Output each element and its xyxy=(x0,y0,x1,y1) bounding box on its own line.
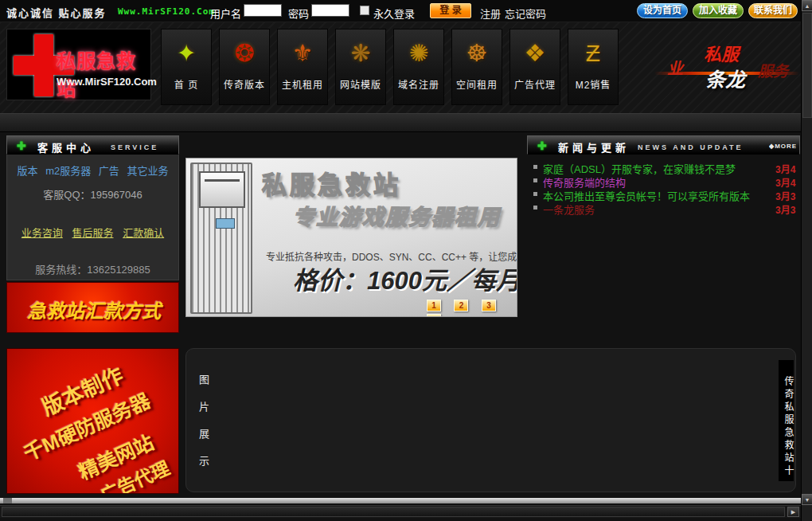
nav-item-home[interactable]: ✦ 首 页 xyxy=(161,29,212,105)
set-home-button[interactable]: 设为首页 xyxy=(637,3,688,18)
banner-page-2[interactable]: 2 xyxy=(454,300,468,311)
vertical-scroll-thumb[interactable] xyxy=(802,13,812,118)
forgot-password-link[interactable]: 忘记密码 xyxy=(505,6,546,21)
services-ad-banner[interactable]: 版本制作 千M硬防服务器 精美网站 广告代理 xyxy=(6,348,179,494)
header: 私服急救站 Www.MirSF120.Com ✦ 首 页 ❂ 传奇版本 ⚜ 主机… xyxy=(0,22,812,113)
plus-icon: ✚ xyxy=(537,139,547,152)
service-action-row: 业务咨询 售后服务 汇款确认 xyxy=(7,225,178,240)
nav-item-host-rental[interactable]: ⚜ 主机租用 xyxy=(277,29,328,105)
logo-title: 私服急救站 xyxy=(57,45,150,101)
gallery-panel: 图片展示 传奇私服急救站十 xyxy=(185,348,796,492)
strip-handle xyxy=(3,498,12,503)
side-label-text: 传奇私服急救站十 xyxy=(782,376,795,478)
news-list: 家庭（ADSL）开服专家，在家赚钱不是梦 3月4 传奇服务端的结构 3月4 本公… xyxy=(527,156,800,215)
service-panel-title: 客服中心 xyxy=(37,139,95,155)
news-date: 3月4 xyxy=(775,175,800,189)
link-business-consult[interactable]: 业务咨询 xyxy=(21,227,63,239)
news-item[interactable]: 传奇服务端的结构 3月4 xyxy=(527,174,800,187)
service-panel-subtitle: SERVICE xyxy=(111,143,158,151)
service-hotline-text: 服务热线：13625129885 xyxy=(7,261,178,276)
gallery-title: 图片展示 xyxy=(196,374,211,483)
bullet-icon xyxy=(533,206,537,210)
news-panel-title: 新闻与更新 xyxy=(558,139,630,155)
horizontal-scrollbar[interactable]: ▶ xyxy=(0,505,801,518)
username-label: 用户名 xyxy=(210,6,241,21)
top-bar: 诚心诚信 贴心服务 Www.MirSF120.Com 用户名 密码 永久登录 登… xyxy=(0,0,812,22)
ad-emblem-icon: ❖ xyxy=(510,29,560,77)
versions-emblem-icon: ❂ xyxy=(220,29,269,77)
side-label-strip: 传奇私服急救站十 xyxy=(779,360,794,481)
nav-item-domain-register[interactable]: ✺ 域名注册 xyxy=(393,29,444,105)
server-tower-image xyxy=(190,163,252,314)
home-emblem-icon: ✦ xyxy=(162,29,211,77)
one-stop-service-graphic: 私服 业 条龙 服务 xyxy=(651,30,804,104)
nav-item-legend-versions[interactable]: ❂ 传奇版本 xyxy=(219,29,270,105)
register-link[interactable]: 注册 xyxy=(480,6,501,21)
arrow-up-icon: ▲ xyxy=(805,3,810,9)
nav-item-ad-agency[interactable]: ❖ 广告代理 xyxy=(509,29,560,105)
add-favorite-button[interactable]: 加入收藏 xyxy=(693,3,744,18)
link-other-business[interactable]: 其它业务 xyxy=(127,165,168,177)
banner-price: 格价：1600元／每月 xyxy=(293,260,517,296)
slogan-text: 诚心诚信 贴心服务 xyxy=(6,5,107,20)
logo-url: Www.MirSF120.Com xyxy=(57,76,157,88)
scroll-up-button[interactable]: ▲ xyxy=(802,0,812,11)
news-more-link[interactable]: ◆MORE xyxy=(769,143,796,150)
news-item[interactable]: 本公司推出至尊会员帐号！可以享受所有版本 3月3 xyxy=(527,188,800,201)
templates-emblem-icon: ❋ xyxy=(336,29,385,77)
nav-item-web-templates[interactable]: ❋ 网站模版 xyxy=(335,29,386,105)
service-qq-text: 客服QQ：195967046 xyxy=(7,186,178,202)
payment-banner-text: 急救站汇款方式 xyxy=(10,296,178,323)
arrow-down-icon: ▼ xyxy=(805,497,810,503)
username-input[interactable] xyxy=(244,4,282,17)
service-panel-body: 版本 m2服务器 广告 其它业务 客服QQ：195967046 业务咨询 售后服… xyxy=(6,155,179,280)
bullet-icon xyxy=(533,192,537,196)
space-emblem-icon: ☸ xyxy=(452,29,502,77)
link-payment-confirm[interactable]: 汇款确认 xyxy=(123,227,164,239)
payment-method-banner[interactable]: 急救站汇款方式 xyxy=(6,282,179,333)
news-panel-subtitle: NEWS AND UPDATE xyxy=(638,143,744,151)
plus-icon: ✚ xyxy=(17,139,26,152)
link-versions[interactable]: 版本 xyxy=(18,165,38,177)
news-item[interactable]: 一条龙服务 3月3 xyxy=(527,202,800,214)
banner-title: 私服急救站 xyxy=(262,165,401,201)
site-url-link[interactable]: Www.MirSF120.Com xyxy=(118,6,215,17)
remember-checkbox[interactable] xyxy=(360,6,369,15)
news-panel-header: ✚ 新闻与更新 NEWS AND UPDATE ◆MORE xyxy=(527,135,800,155)
host-emblem-icon: ⚜ xyxy=(278,29,327,77)
content-bottom-strip xyxy=(0,498,801,503)
link-ads[interactable]: 广告 xyxy=(99,165,119,177)
news-date: 3月4 xyxy=(775,162,800,175)
domain-emblem-icon: ✺ xyxy=(394,29,443,77)
scroll-down-button[interactable]: ▼ xyxy=(802,494,812,505)
news-item[interactable]: 家庭（ADSL）开服专家，在家赚钱不是梦 3月4 xyxy=(527,161,800,174)
banner-subtitle: 专业游戏服务器租用 xyxy=(293,200,501,231)
contact-us-button[interactable]: 联系我们 xyxy=(748,3,798,18)
nav-item-m2-sales[interactable]: Ƶ M2销售 xyxy=(568,29,619,105)
main-nav: ✦ 首 页 ❂ 传奇版本 ⚜ 主机租用 ❋ 网站模版 ✺ 域名注册 ☸ 空间租用 xyxy=(161,29,626,105)
login-button[interactable]: 登 录 xyxy=(430,3,471,18)
horizontal-scroll-thumb[interactable] xyxy=(2,507,785,517)
site-logo[interactable]: 私服急救站 Www.MirSF120.Com xyxy=(6,29,151,100)
vertical-scrollbar[interactable]: ▲ ▼ xyxy=(801,0,812,521)
password-label: 密码 xyxy=(288,6,309,21)
arrow-right-icon: ▶ xyxy=(791,509,795,515)
page: 诚心诚信 贴心服务 Www.MirSF120.Com 用户名 密码 永久登录 登… xyxy=(0,0,812,521)
header-divider xyxy=(0,113,812,132)
banner-page-1[interactable]: 1 xyxy=(427,300,441,311)
news-date: 3月3 xyxy=(775,202,800,216)
m2-emblem-icon: Ƶ xyxy=(568,29,618,77)
link-m2-server[interactable]: m2服务器 xyxy=(45,165,91,177)
banner-page-3[interactable]: 3 xyxy=(482,300,496,311)
banner-page-4[interactable]: 4 xyxy=(427,314,441,317)
password-input[interactable] xyxy=(311,4,349,17)
remember-label: 永久登录 xyxy=(373,6,415,21)
banner-pagination: 1 2 3 4 xyxy=(427,297,517,317)
bullet-icon xyxy=(533,178,537,182)
server-rental-banner[interactable]: 私服急救站 专业游戏服务器租用 专业抵抗各种攻击，DDOS、SYN、CC、CC+… xyxy=(185,158,517,317)
scroll-right-button[interactable]: ▶ xyxy=(787,507,799,517)
news-date: 3月3 xyxy=(775,189,800,202)
service-links-row: 版本 m2服务器 广告 其它业务 xyxy=(7,163,178,178)
link-after-sales[interactable]: 售后服务 xyxy=(72,227,113,239)
nav-item-space-rental[interactable]: ☸ 空间租用 xyxy=(451,29,502,105)
